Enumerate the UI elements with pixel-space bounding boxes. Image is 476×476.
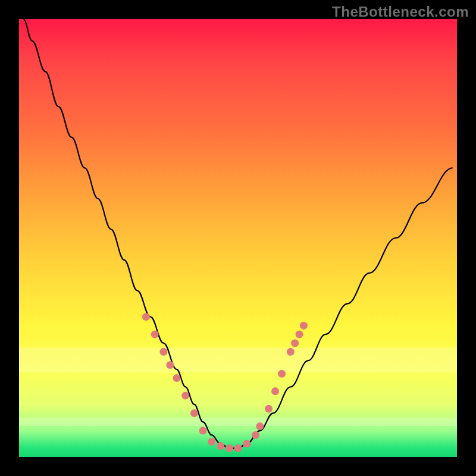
marker-dot bbox=[199, 427, 207, 434]
marker-dot bbox=[252, 431, 259, 439]
marker-dot bbox=[226, 444, 233, 452]
marker-dot bbox=[166, 361, 174, 369]
marker-dot bbox=[208, 438, 215, 446]
marker-dot bbox=[243, 440, 250, 447]
marker-dot bbox=[271, 387, 279, 395]
bottleneck-curve bbox=[23, 19, 452, 448]
marker-dot bbox=[265, 405, 273, 413]
marker-dot bbox=[291, 339, 299, 347]
marker-dot bbox=[296, 330, 303, 338]
marker-dot bbox=[173, 374, 180, 382]
marker-dot bbox=[278, 370, 286, 378]
marker-dot bbox=[234, 444, 242, 452]
marker-dot bbox=[256, 422, 264, 430]
chart-svg bbox=[19, 19, 457, 457]
marker-dot bbox=[287, 348, 295, 356]
marker-dot bbox=[217, 442, 224, 450]
watermark-text: TheBottleneck.com bbox=[332, 4, 469, 20]
marker-dot bbox=[190, 409, 198, 417]
marker-dot bbox=[300, 322, 308, 330]
data-markers bbox=[142, 313, 308, 452]
marker-dot bbox=[159, 348, 167, 356]
frame: TheBottleneck.com bbox=[0, 0, 476, 476]
plot-area bbox=[19, 19, 457, 457]
marker-dot bbox=[151, 330, 159, 338]
marker-dot bbox=[142, 313, 150, 321]
marker-dot bbox=[181, 392, 189, 399]
